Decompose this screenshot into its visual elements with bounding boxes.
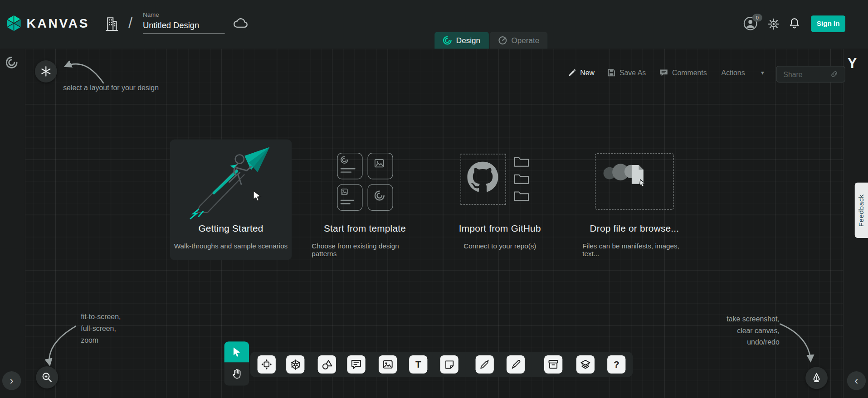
snowflake-icon <box>40 66 51 77</box>
tool-dock: T <box>250 352 633 377</box>
text-tool-button[interactable]: T <box>409 355 427 374</box>
media-tool-button[interactable] <box>379 355 397 374</box>
magnifier-icon <box>42 372 53 383</box>
mode-tabs: Design Operate <box>434 32 547 49</box>
drop-title: Drop file or browse... <box>590 223 679 234</box>
layout-selector-button[interactable] <box>35 60 57 83</box>
brand[interactable]: KANVAS <box>5 15 89 32</box>
component-tool-button[interactable] <box>258 355 276 374</box>
layers-icon <box>580 359 591 370</box>
bottom-right-hints: take screenshot, clear canvas, undo/redo <box>717 313 780 348</box>
hint-zoom: zoom <box>81 334 121 346</box>
hint-screenshot: take screenshot, <box>717 313 780 325</box>
cursor-icon <box>232 347 241 357</box>
import-github-card[interactable]: Import from GitHub Connect to your repo(… <box>446 140 554 250</box>
path-separator: / <box>128 15 132 32</box>
sign-in-button[interactable]: Sign In <box>811 15 845 32</box>
notifications-button[interactable] <box>788 17 800 33</box>
design-tab-label: Design <box>456 36 480 45</box>
pen-nib-icon <box>811 373 822 383</box>
comment-tool-button[interactable] <box>347 355 365 374</box>
note-tool-button[interactable] <box>440 355 458 374</box>
kanvas-logo-icon <box>5 15 22 32</box>
comments-button[interactable]: Comments <box>659 68 707 77</box>
tab-design[interactable]: Design <box>434 32 488 49</box>
design-tab-icon <box>443 36 452 45</box>
template-tile-image <box>367 152 393 179</box>
template-tiles <box>337 152 393 210</box>
file-plus-icon <box>628 164 647 186</box>
cloud-sync-icon[interactable] <box>233 17 249 31</box>
expand-left-panel-button[interactable]: › <box>2 371 21 390</box>
operate-tab-label: Operate <box>511 36 539 45</box>
folder-icon <box>514 190 529 201</box>
chevron-left-icon: ‹ <box>854 374 858 387</box>
design-name-input[interactable] <box>143 19 225 34</box>
feedback-label: Feedback <box>858 194 865 227</box>
canvas-actions-button[interactable] <box>805 367 828 389</box>
save-icon <box>607 68 615 77</box>
layers-tool-button[interactable] <box>576 355 595 374</box>
component-icon <box>261 359 273 370</box>
actions-dropdown[interactable]: Actions ▾ <box>722 68 764 77</box>
getting-started-subtitle: Walk-throughs and sample scenarios <box>174 243 288 250</box>
pointer-tool-group <box>224 341 249 386</box>
getting-started-title: Getting Started <box>198 223 263 234</box>
template-tile-spiral <box>337 152 362 179</box>
actions-label: Actions <box>722 68 745 77</box>
text-tool-icon: T <box>415 359 421 370</box>
drawer-tool-button[interactable] <box>544 355 562 374</box>
zoom-button[interactable] <box>36 366 58 388</box>
comment-icon <box>351 359 362 370</box>
mouse-cursor <box>253 190 263 201</box>
hint-undo-redo: undo/redo <box>717 336 780 348</box>
link-icon <box>830 70 838 78</box>
app-stage: select a layout for your design New Save… <box>0 0 868 398</box>
bell-icon <box>788 17 800 30</box>
image-icon <box>382 359 394 370</box>
hint-clear-canvas: clear canvas, <box>717 325 780 337</box>
archive-drawer-icon <box>547 359 559 370</box>
name-field-label: Name <box>143 11 225 18</box>
save-as-label: Save As <box>619 68 646 77</box>
helm-wheel-icon <box>289 358 302 370</box>
share-button[interactable]: Share <box>776 66 845 83</box>
helm-tool-button[interactable] <box>286 355 304 374</box>
design-pen-tool-button[interactable] <box>476 355 494 374</box>
pan-tool-button[interactable] <box>224 363 249 386</box>
shapes-icon <box>321 358 333 370</box>
edit-pen-tool-button[interactable] <box>507 355 525 374</box>
repo-folders <box>514 156 529 201</box>
template-title: Start from template <box>324 223 406 234</box>
github-title: Import from GitHub <box>459 223 541 234</box>
share-label: Share <box>783 70 802 78</box>
settings-button[interactable] <box>768 18 780 32</box>
tab-operate[interactable]: Operate <box>490 32 548 49</box>
help-icon: ? <box>614 359 619 370</box>
template-tile-spiral-2 <box>367 184 393 211</box>
hand-icon <box>231 368 242 380</box>
layer5-y-logo: Y <box>848 55 857 71</box>
folder-icon <box>514 156 529 167</box>
new-design-button[interactable]: New <box>568 68 595 77</box>
organization-icon[interactable] <box>105 15 119 35</box>
comments-icon <box>659 68 668 77</box>
canvas-left-rail <box>0 49 25 398</box>
getting-started-card[interactable]: Getting Started Walk-throughs and sample… <box>170 140 292 260</box>
save-as-button[interactable]: Save As <box>607 68 646 77</box>
select-tool-button[interactable] <box>224 341 249 362</box>
dropzone[interactable] <box>595 153 673 210</box>
app-header: KANVAS / Name <box>0 0 868 49</box>
drop-file-card[interactable]: Drop file or browse... Files can be mani… <box>582 140 686 258</box>
gear-icon <box>768 18 780 30</box>
shapes-tool-button[interactable] <box>318 355 336 374</box>
chevron-right-icon: › <box>10 374 14 387</box>
notification-count-badge: 0 <box>752 14 762 22</box>
hint-fit-to-screen: fit-to-screen, <box>81 311 121 323</box>
start-from-template-card[interactable]: Start from template Choose from existing… <box>312 140 418 258</box>
github-subtitle: Connect to your repo(s) <box>463 243 536 250</box>
layout-hint-text: select a layout for your design <box>63 83 159 92</box>
expand-right-panel-button[interactable]: ‹ <box>847 371 866 390</box>
feedback-tab[interactable]: Feedback <box>855 183 868 238</box>
help-tool-button[interactable]: ? <box>607 355 625 374</box>
